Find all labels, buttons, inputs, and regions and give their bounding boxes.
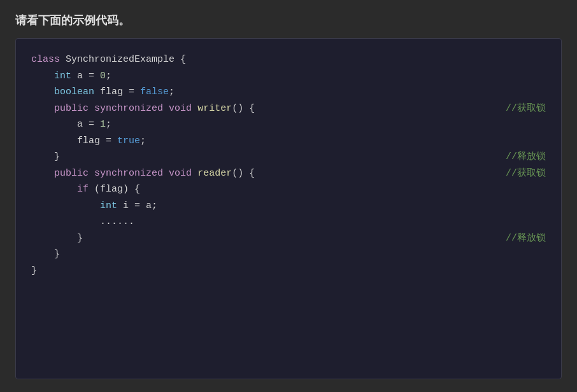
code-line: boolean flag = false; — [31, 84, 546, 101]
code-comment: //获取锁 — [455, 165, 546, 182]
code-comment: //获取锁 — [455, 101, 546, 117]
code-line: int i = a; — [31, 198, 546, 214]
code-line: }//释放锁 — [31, 230, 546, 247]
code-line: if (flag) { — [31, 181, 546, 198]
code-line: class SynchronizedExample { — [31, 52, 546, 68]
code-block: class SynchronizedExample { int a = 0; b… — [15, 38, 562, 379]
code-container: class SynchronizedExample { int a = 0; b… — [31, 52, 546, 279]
code-line: } — [31, 263, 546, 279]
code-comment: //释放锁 — [455, 230, 546, 247]
code-line: } — [31, 246, 546, 263]
code-line: a = 1; — [31, 116, 546, 133]
code-line: ...... — [31, 214, 546, 230]
code-line: flag = true; — [31, 133, 546, 150]
intro-text: 请看下面的示例代码。 — [15, 13, 562, 28]
code-line: public synchronized void reader() {//获取锁 — [31, 165, 546, 182]
code-line: public synchronized void writer() {//获取锁 — [31, 101, 546, 117]
code-line: }//释放锁 — [31, 149, 546, 165]
code-comment: //释放锁 — [455, 149, 546, 165]
code-line: int a = 0; — [31, 68, 546, 85]
